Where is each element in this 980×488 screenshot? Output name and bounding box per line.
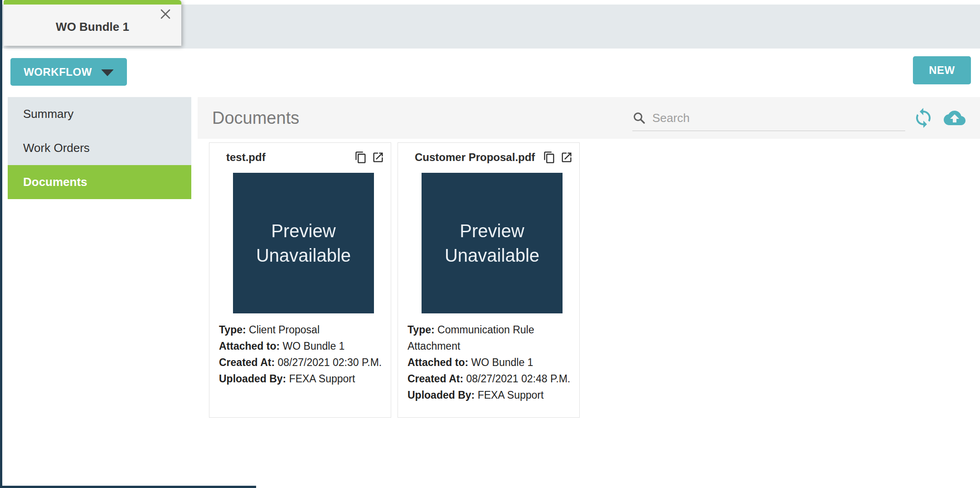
detail-line: Attached to: WO Bundle 1: [219, 338, 389, 354]
detail-label: Type:: [408, 324, 435, 336]
detail-line: Created At: 08/27/2021 02:30 P.M.: [219, 354, 389, 371]
new-button[interactable]: NEW: [913, 56, 971, 84]
caret-down-icon: [101, 69, 114, 76]
document-details: Type: Communication Rule Attachment Atta…: [398, 313, 579, 403]
sidebar-item-label: Work Orders: [23, 141, 90, 155]
copy-icon[interactable]: [543, 151, 556, 164]
window-left-edge: [0, 0, 2, 488]
card-title-row: test.pdf: [209, 143, 391, 165]
detail-label: Attached to:: [408, 356, 468, 368]
document-filename: Customer Proposal.pdf: [415, 151, 539, 164]
open-in-new-icon[interactable]: [372, 151, 384, 164]
detail-label: Created At:: [408, 373, 463, 385]
open-in-new-icon[interactable]: [560, 151, 573, 164]
sidebar-item-summary[interactable]: Summary: [8, 97, 191, 131]
detail-label: Uploaded By:: [219, 373, 286, 385]
sidebar: Summary Work Orders Documents: [8, 97, 191, 199]
search-input[interactable]: [651, 111, 905, 126]
tab-title: WO Bundle 1: [4, 20, 181, 34]
card-title-row: Customer Proposal.pdf: [398, 143, 579, 165]
detail-label: Created At:: [219, 356, 275, 368]
sidebar-item-work-orders[interactable]: Work Orders: [8, 131, 191, 165]
sidebar-item-documents[interactable]: Documents: [8, 165, 191, 199]
sidebar-item-label: Summary: [23, 107, 73, 121]
detail-value: Client Proposal: [249, 324, 320, 336]
workflow-button[interactable]: WORKFLOW: [10, 58, 127, 86]
sidebar-item-label: Documents: [23, 175, 87, 189]
tab-active-indicator: [4, 0, 181, 5]
detail-label: Type:: [219, 324, 246, 336]
detail-value: 08/27/2021 02:30 P.M.: [278, 356, 382, 368]
document-card-list: test.pdf Preview Unavailable Type: Clien…: [209, 142, 580, 418]
document-filename: test.pdf: [226, 151, 350, 164]
search-field[interactable]: [632, 105, 905, 131]
detail-line: Uploaded By: FEXA Support: [219, 371, 389, 387]
preview-unavailable-text: Preview Unavailable: [422, 219, 563, 268]
document-card-customer-proposal-pdf: Customer Proposal.pdf Preview Unavailabl…: [398, 142, 580, 418]
document-preview[interactable]: Preview Unavailable: [233, 173, 374, 313]
window-bottom-edge: [0, 486, 256, 488]
detail-value: FEXA Support: [289, 373, 355, 385]
detail-line: Uploaded By: FEXA Support: [408, 387, 577, 403]
detail-value: FEXA Support: [478, 389, 544, 401]
document-card-test-pdf: test.pdf Preview Unavailable Type: Clien…: [209, 142, 391, 418]
detail-value: WO Bundle 1: [283, 340, 345, 352]
detail-line: Type: Communication Rule Attachment: [408, 322, 577, 354]
workflow-button-label: WORKFLOW: [24, 66, 92, 78]
detail-line: Type: Client Proposal: [219, 322, 389, 338]
detail-line: Attached to: WO Bundle 1: [408, 354, 577, 371]
detail-value: 08/27/2021 02:48 P.M.: [466, 373, 571, 385]
close-icon[interactable]: [159, 7, 172, 21]
preview-unavailable-text: Preview Unavailable: [233, 219, 374, 268]
copy-icon[interactable]: [354, 151, 367, 164]
detail-label: Attached to:: [219, 340, 280, 352]
refresh-icon[interactable]: [912, 107, 934, 131]
detail-label: Uploaded By:: [408, 389, 475, 401]
tab-wo-bundle-1[interactable]: WO Bundle 1: [4, 0, 181, 46]
detail-value: WO Bundle 1: [471, 356, 534, 368]
new-button-label: NEW: [929, 64, 955, 77]
page-title: Documents: [212, 97, 299, 139]
page: WO Bundle 1 WORKFLOW NEW Summary Work Or…: [0, 0, 980, 488]
upload-cloud-icon[interactable]: [942, 107, 967, 131]
documents-header: Documents: [198, 97, 980, 139]
search-icon: [632, 111, 646, 125]
document-preview[interactable]: Preview Unavailable: [422, 173, 563, 313]
detail-line: Created At: 08/27/2021 02:48 P.M.: [408, 371, 577, 387]
document-details: Type: Client Proposal Attached to: WO Bu…: [209, 313, 391, 387]
